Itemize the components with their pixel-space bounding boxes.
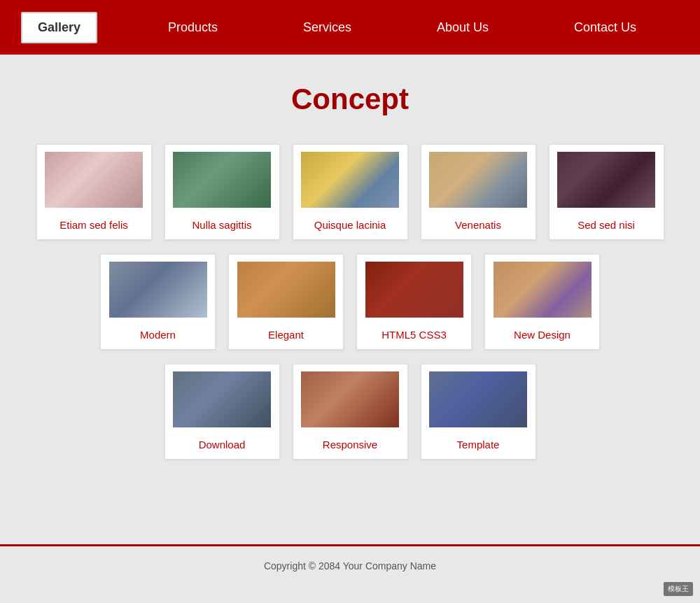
gallery-image-download <box>173 371 271 427</box>
nav-link-contact[interactable]: Contact Us <box>553 13 657 42</box>
page-title: Concept <box>14 83 686 116</box>
navigation: Gallery Products Services About Us Conta… <box>0 0 700 55</box>
gallery-item-etiam[interactable]: Etiam sed felis <box>36 144 152 240</box>
gallery-item-download[interactable]: Download <box>164 364 280 460</box>
gallery-item-modern[interactable]: Modern <box>100 254 216 350</box>
gallery-item-sed[interactable]: Sed sed nisi <box>549 144 664 240</box>
gallery-label-quisque: Quisque lacinia <box>314 216 386 232</box>
gallery-label-nulla: Nulla sagittis <box>192 216 251 232</box>
gallery-image-responsive <box>301 371 399 427</box>
gallery-item-elegant[interactable]: Elegant <box>228 254 344 350</box>
gallery-image-elegant <box>237 262 335 318</box>
gallery-image-html5 <box>365 262 463 318</box>
nav-brand[interactable]: Gallery <box>21 12 97 43</box>
gallery-label-modern: Modern <box>140 326 176 342</box>
copyright-text: Copyright © 2084 Your Company Name <box>264 560 436 572</box>
gallery-row-3: Download Responsive Template <box>164 364 536 460</box>
gallery-section: Etiam sed felis Nulla sagittis Quisque l… <box>14 144 686 460</box>
gallery-image-quisque <box>301 152 399 208</box>
nav-link-services[interactable]: Services <box>282 13 372 42</box>
gallery-label-etiam: Etiam sed felis <box>59 216 128 232</box>
watermark: 模板王 <box>664 582 693 586</box>
footer: Copyright © 2084 Your Company Name <box>0 544 700 586</box>
gallery-label-elegant: Elegant <box>268 326 304 342</box>
gallery-label-template: Template <box>457 436 500 452</box>
gallery-image-newdesign <box>493 262 592 318</box>
nav-link-about[interactable]: About Us <box>416 13 510 42</box>
gallery-item-html5[interactable]: HTML5 CSS3 <box>356 254 472 350</box>
gallery-label-download: Download <box>199 436 246 452</box>
gallery-row-1: Etiam sed felis Nulla sagittis Quisque l… <box>36 144 664 240</box>
gallery-label-html5: HTML5 CSS3 <box>382 326 447 342</box>
gallery-label-newdesign: New Design <box>514 326 570 342</box>
gallery-image-etiam <box>45 152 143 208</box>
gallery-image-modern <box>109 262 207 318</box>
gallery-image-nulla <box>173 152 271 208</box>
gallery-item-nulla[interactable]: Nulla sagittis <box>164 144 280 240</box>
nav-link-products[interactable]: Products <box>147 13 239 42</box>
gallery-image-venenatis <box>429 152 527 208</box>
gallery-label-sed: Sed sed nisi <box>578 216 635 232</box>
main-content: Concept Etiam sed felis Nulla sagittis Q… <box>0 55 700 544</box>
gallery-item-venenatis[interactable]: Venenatis <box>421 144 536 240</box>
gallery-image-template <box>429 371 527 427</box>
gallery-image-sed <box>557 152 655 208</box>
gallery-row-2: Modern Elegant HTML5 CSS3 New Design <box>100 254 600 350</box>
gallery-item-template[interactable]: Template <box>421 364 536 460</box>
gallery-item-responsive[interactable]: Responsive <box>293 364 408 460</box>
gallery-label-responsive: Responsive <box>323 436 377 452</box>
gallery-item-newdesign[interactable]: New Design <box>484 254 600 350</box>
gallery-label-venenatis: Venenatis <box>455 216 501 232</box>
gallery-item-quisque[interactable]: Quisque lacinia <box>293 144 408 240</box>
nav-links: Products Services About Us Contact Us <box>125 13 679 42</box>
